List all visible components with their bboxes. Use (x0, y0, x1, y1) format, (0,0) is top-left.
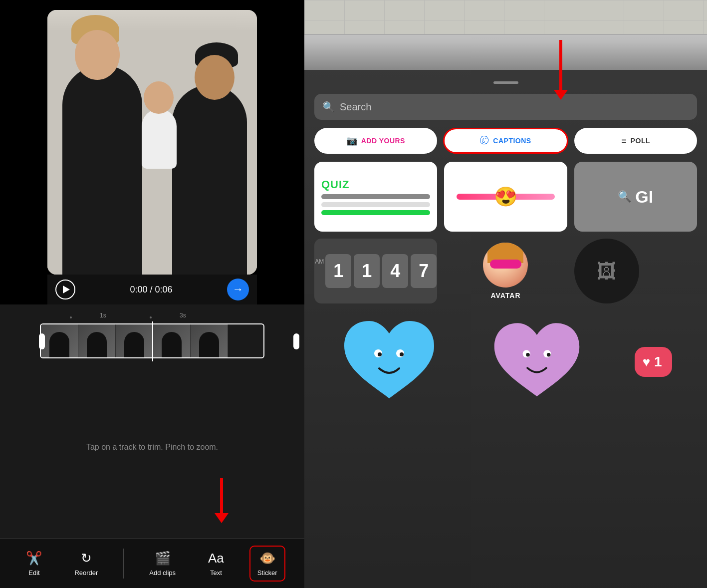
next-arrow-icon: → (233, 283, 243, 296)
bottom-toolbar: ✂️ Edit ↻ Reorder 🎬 Add clips Aa Text 🐵 … (0, 538, 304, 588)
like-notification-sticker[interactable]: ♥ 1 (635, 347, 672, 377)
arrow-head (215, 513, 229, 523)
phone-top-bar (304, 70, 707, 90)
right-top-image (304, 0, 707, 70)
ruler-dot-2 (150, 316, 152, 318)
toolbar-sticker[interactable]: 🐵 Sticker (249, 546, 285, 582)
sticker-grid: QUIZ 😍 🔍 GI AM 1 1 4 7 (304, 162, 707, 303)
toolbar-divider (123, 549, 124, 579)
add-clips-icon: 🎬 (155, 551, 171, 566)
ceiling-grid (304, 0, 707, 35)
clock-digits-container: AM 1 1 4 7 (315, 254, 437, 288)
search-icon: 🔍 (322, 101, 335, 113)
captions-arrow-shaft (559, 40, 562, 90)
avatar-sunglasses (490, 260, 521, 269)
svg-point-3 (400, 352, 404, 356)
toolbar-reorder[interactable]: ↻ Reorder (67, 547, 105, 581)
person-silhouette-left (62, 65, 142, 275)
search-bar-container: 🔍 Search (304, 90, 707, 128)
like-count: 1 (654, 354, 662, 370)
arrow-shaft (220, 478, 223, 513)
clock-sticker[interactable]: AM 1 1 4 7 (314, 239, 437, 303)
captions-arrow-head (554, 90, 568, 100)
playback-bar: 0:00 / 0:06 → (47, 275, 257, 304)
text-icon: Aa (208, 551, 224, 566)
poll-label: POLL (631, 137, 650, 145)
camera-icon: 📷 (346, 135, 357, 146)
emoji-slider-sticker[interactable]: 😍 (444, 162, 567, 232)
current-time: 0:00 (130, 285, 147, 294)
quiz-bar-3 (321, 210, 430, 215)
child-head (144, 81, 174, 114)
play-button[interactable] (55, 280, 75, 299)
gif-search-icon: 🔍 (618, 190, 631, 203)
next-button[interactable]: → (227, 279, 249, 300)
clock-digit-3: 4 (382, 254, 408, 288)
ruler-mark-1s: 1s (100, 312, 106, 319)
ruler-dot (70, 316, 72, 318)
svg-point-6 (526, 353, 530, 357)
blue-heart-svg (339, 313, 439, 408)
search-bar[interactable]: 🔍 Search (314, 94, 697, 120)
svg-point-7 (547, 353, 551, 357)
clip-frame-3 (116, 324, 153, 358)
reorder-icon: ↻ (81, 551, 92, 566)
clip-frame-2 (78, 324, 116, 358)
head-right (195, 55, 235, 100)
poll-button[interactable]: ≡ POLL (574, 128, 697, 154)
search-placeholder: Search (340, 101, 371, 113)
toolbar-add-clips[interactable]: 🎬 Add clips (142, 547, 183, 581)
phone-pill (493, 81, 518, 84)
captions-red-arrow (554, 40, 568, 100)
scissors-icon: ✂️ (26, 551, 42, 566)
reorder-label: Reorder (74, 569, 98, 577)
avatar-label: AVATAR (490, 292, 520, 299)
captions-label: CAPTIONS (493, 137, 531, 145)
play-icon (63, 286, 70, 294)
time-display: 0:00 / 0:06 (130, 285, 172, 295)
clock-am-pm: AM (315, 258, 324, 265)
captions-button[interactable]: 🄫 CAPTIONS (443, 128, 569, 154)
sticker-red-arrow (215, 478, 229, 523)
video-preview (47, 10, 257, 275)
clip-frame-5 (191, 324, 228, 358)
add-yours-button[interactable]: 📷 ADD YOURS (314, 128, 437, 154)
sticker-icon: 🐵 (259, 551, 275, 566)
add-yours-label: ADD YOURS (361, 137, 405, 145)
purple-heart-svg (489, 316, 584, 406)
clock-digit-4: 7 (411, 254, 437, 288)
quiz-sticker[interactable]: QUIZ (314, 162, 437, 232)
like-heart-icon: ♥ (643, 354, 650, 370)
poll-icon: ≡ (621, 136, 627, 146)
timeline-area: 1s 3s Tap on a track to trim. Pinch to z… (0, 304, 304, 538)
quiz-title: QUIZ (321, 178, 350, 191)
toolbar-edit[interactable]: ✂️ Edit (19, 547, 49, 581)
timeline-track (0, 321, 304, 361)
time-separator: / (150, 285, 155, 294)
left-panel: 0:00 / 0:06 → 1s 3s (0, 0, 304, 588)
photo-icon: 🖼 (597, 260, 617, 283)
clip-handle-left[interactable] (40, 333, 45, 349)
toolbar-text[interactable]: Aa Text (201, 547, 231, 581)
child-person (142, 109, 177, 169)
timeline-ruler: 1s 3s (0, 309, 304, 321)
ruler-mark-3s: 3s (180, 312, 186, 319)
blue-heart-sticker[interactable] (339, 313, 439, 410)
cc-icon: 🄫 (480, 136, 489, 146)
slider-emoji: 😍 (494, 186, 517, 208)
avatar-sticker[interactable]: AVATAR (444, 239, 567, 303)
total-time: 0:06 (155, 285, 173, 294)
photo-sticker[interactable]: 🖼 (574, 239, 639, 303)
hearts-row: ♥ 1 (304, 308, 707, 415)
gif-label: GI (635, 187, 653, 207)
edit-label: Edit (28, 569, 39, 577)
gif-sticker[interactable]: 🔍 GI (574, 162, 697, 232)
avatar-circle (483, 243, 528, 288)
clock-digit-1: 1 (325, 254, 351, 288)
timeline-hint: Tap on a track to trim. Pinch to zoom. (0, 361, 304, 533)
clock-digit-2: 1 (354, 254, 380, 288)
head-left (75, 30, 120, 80)
purple-heart-sticker[interactable] (489, 316, 584, 408)
right-panel: 🔍 Search 📷 ADD YOURS 🄫 CAPTIONS ≡ POLL Q… (304, 0, 707, 588)
quiz-bar-1 (321, 194, 430, 199)
